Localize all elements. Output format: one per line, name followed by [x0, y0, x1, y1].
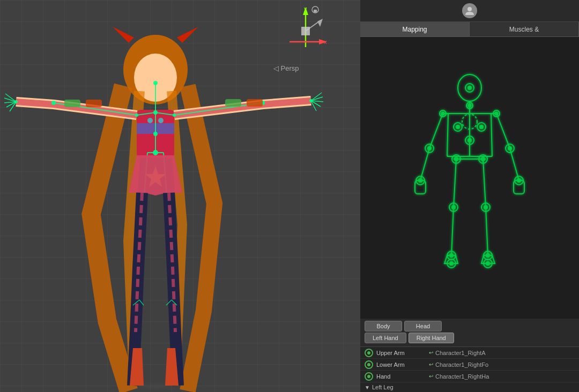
svg-point-89 — [468, 86, 471, 89]
svg-line-6 — [4, 98, 16, 102]
svg-point-68 — [467, 7, 472, 11]
bone-mapping-value-hand: Character1_RightHa — [435, 373, 489, 380]
svg-text:x: x — [324, 39, 327, 45]
section-label-left-leg: Left Leg — [372, 384, 394, 390]
svg-point-101 — [428, 147, 431, 150]
bone-link-icon-upper-arm: ↩ — [429, 350, 433, 356]
svg-line-85 — [451, 207, 454, 255]
svg-point-37 — [14, 100, 18, 103]
svg-point-31 — [153, 132, 158, 136]
svg-point-52 — [158, 118, 164, 123]
bone-mapping-lower-arm: ↩ Character1_RightFo — [429, 361, 488, 368]
svg-point-34 — [173, 114, 176, 117]
svg-point-121 — [442, 112, 444, 115]
btn-row-2: Left Hand Right Hand — [365, 333, 575, 343]
svg-point-111 — [450, 254, 453, 257]
svg-line-11 — [311, 97, 323, 101]
svg-line-73 — [491, 114, 492, 156]
bone-mapping-value-upper-arm: Character1_RightA — [435, 350, 486, 356]
svg-point-97 — [455, 157, 458, 161]
viewport-panel[interactable]: x y ◁ Persp — [0, 0, 360, 392]
svg-rect-56 — [247, 99, 263, 107]
svg-point-119 — [486, 262, 489, 265]
svg-rect-63 — [301, 27, 310, 35]
bone-mapping-upper-arm: ↩ Character1_RightA — [429, 350, 486, 356]
svg-line-82 — [510, 148, 519, 180]
svg-line-86 — [483, 159, 486, 207]
bone-link-icon-hand: ↩ — [429, 373, 433, 379]
avatar-icon-row — [360, 0, 579, 22]
avatar-icon — [462, 3, 477, 18]
svg-point-95 — [468, 139, 471, 142]
svg-line-78 — [429, 114, 443, 148]
bone-icon-lower-arm — [365, 360, 373, 369]
body-figure-svg — [400, 65, 539, 290]
svg-line-79 — [420, 148, 429, 180]
btn-body[interactable]: Body — [365, 321, 402, 331]
svg-point-29 — [153, 81, 158, 85]
svg-line-87 — [486, 207, 488, 255]
viewport-gizmo[interactable]: x y — [279, 4, 332, 69]
svg-rect-67 — [314, 10, 317, 12]
svg-rect-54 — [86, 100, 102, 107]
btn-left-hand[interactable]: Left Hand — [365, 333, 406, 343]
svg-text:y: y — [304, 5, 307, 12]
bone-link-icon-lower-arm: ↩ — [429, 361, 433, 367]
section-header-left-leg[interactable]: ▼ Left Leg — [360, 382, 579, 392]
bone-list: Upper Arm ↩ Character1_RightA Lower Arm … — [360, 346, 579, 392]
bone-row-lower-arm[interactable]: Lower Arm ↩ Character1_RightFo — [360, 359, 579, 371]
svg-line-81 — [496, 114, 510, 148]
btn-head[interactable]: Head — [404, 321, 442, 331]
section-arrow-left-leg: ▼ — [365, 385, 370, 390]
perspective-label: ◁ Persp — [273, 64, 299, 72]
gizmo-svg: x y — [279, 4, 332, 58]
svg-point-51 — [147, 118, 153, 123]
bone-name-hand: Hand — [376, 373, 425, 380]
tab-mapping[interactable]: Mapping — [360, 22, 470, 36]
tabs-row: Mapping Muscles & — [360, 22, 579, 37]
svg-point-38 — [309, 99, 313, 102]
svg-rect-53 — [64, 100, 80, 107]
bone-name-upper-arm: Upper Arm — [376, 350, 425, 356]
btn-row-1: Body Head — [365, 321, 575, 331]
svg-point-30 — [153, 110, 158, 115]
svg-point-103 — [419, 179, 422, 182]
bone-mapping-value-lower-arm: Character1_RightFo — [435, 361, 488, 368]
floor-shadow — [91, 370, 220, 391]
svg-line-72 — [447, 114, 448, 156]
svg-rect-55 — [225, 99, 241, 107]
bone-row-hand[interactable]: Hand ↩ Character1_RightHa — [360, 371, 579, 382]
svg-line-10 — [311, 93, 322, 101]
btn-right-hand[interactable]: Right Hand — [409, 333, 454, 343]
svg-point-113 — [484, 206, 487, 209]
svg-point-115 — [486, 254, 489, 257]
svg-point-123 — [495, 112, 498, 115]
bone-icon-upper-arm — [365, 349, 373, 357]
svg-point-117 — [450, 262, 453, 265]
svg-point-99 — [481, 157, 485, 161]
body-part-buttons: Body Head Left Hand Right Hand — [360, 319, 579, 346]
svg-point-109 — [452, 206, 455, 209]
svg-point-91 — [456, 125, 459, 129]
bone-row-upper-arm[interactable]: Upper Arm ↩ Character1_RightA — [360, 347, 579, 359]
svg-line-5 — [5, 94, 16, 102]
svg-point-125 — [469, 104, 471, 107]
bone-mapping-hand: ↩ Character1_RightHa — [429, 373, 489, 380]
avatar-figure-area[interactable] — [360, 37, 579, 319]
svg-point-105 — [508, 147, 511, 150]
svg-point-33 — [135, 114, 138, 117]
tab-muscles[interactable]: Muscles & — [470, 22, 579, 36]
svg-point-107 — [517, 179, 521, 182]
svg-line-84 — [454, 159, 456, 207]
right-panel: Mapping Muscles & — [360, 0, 579, 392]
bone-name-lower-arm: Lower Arm — [376, 361, 425, 368]
svg-point-32 — [153, 150, 158, 155]
bone-icon-hand — [365, 372, 373, 381]
svg-point-93 — [480, 125, 483, 129]
svg-point-35 — [51, 101, 56, 105]
svg-marker-62 — [317, 19, 323, 27]
